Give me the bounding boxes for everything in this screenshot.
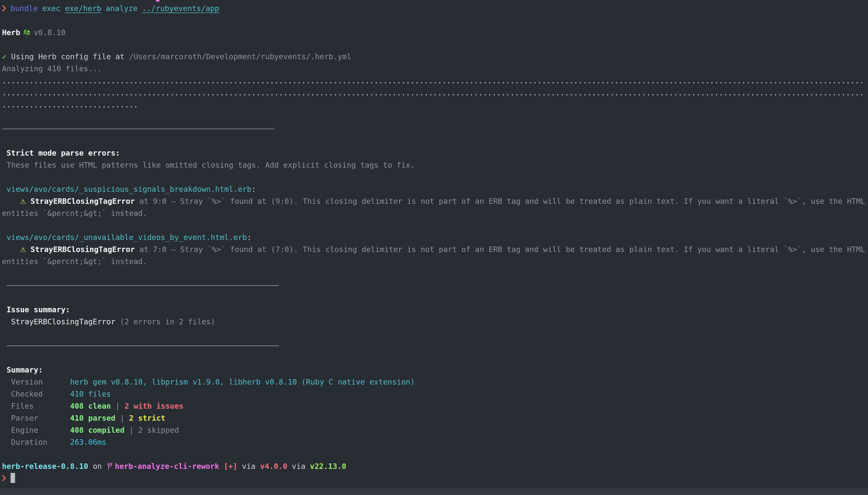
config-file-line: ✓ Using Herb config file at /Users/marco…: [2, 51, 868, 63]
summary-parser-parsed: 410 parsed: [70, 414, 116, 423]
blank-line: [2, 268, 868, 280]
blank-line: [2, 171, 868, 183]
app-name: Herb: [2, 28, 20, 37]
error-detail-line: ⚠ StrayERBClosingTagError at 7:0 – Stray…: [2, 243, 868, 256]
summary-label: Version: [11, 376, 70, 388]
blank-line: [2, 352, 868, 364]
summary-label: Duration: [11, 436, 70, 448]
summary-pipe: |: [116, 414, 129, 423]
blank-line: [2, 15, 868, 27]
app-version: v0.8.10: [34, 28, 65, 37]
config-file-path: /Users/marcoroth/Development/rubyevents/…: [129, 52, 351, 61]
summary-pipe: |: [111, 402, 124, 410]
strict-errors-heading: Strict mode parse errors:: [2, 147, 868, 159]
terminal-window[interactable]: bundle exec exe/herb analyze ../rubyeven…: [0, 0, 868, 495]
error-message-continuation: entities `&percnt;&gt;` instead.: [2, 256, 868, 268]
summary-engine-skipped: 2 skipped: [138, 426, 179, 434]
error-file-line: views/avo/cards/_suspicious_signals_brea…: [2, 183, 868, 195]
blank-line: [2, 135, 868, 147]
blank-line: [2, 328, 868, 340]
blank-line: [2, 219, 868, 232]
command-arg-path: ../rubyevents/app: [142, 4, 219, 13]
command-program: bundle: [11, 4, 38, 13]
summary-pipe: |: [124, 426, 138, 434]
summary-row-version: Versionherb gem v0.8.10, libprism v1.9.0…: [2, 376, 868, 388]
command-arg-executable: exe/herb: [65, 4, 101, 13]
error-message-continuation: entities `&percnt;&gt;` instead.: [2, 207, 868, 219]
prompt-via-text: via: [237, 462, 260, 471]
summary-parser-strict: 2 strict: [129, 414, 166, 423]
prompt-via-text: via: [287, 462, 310, 471]
progress-dots-row: ........................................…: [2, 87, 868, 99]
prompt-chevron-icon: [2, 473, 6, 485]
blank-line: [2, 111, 868, 123]
previous-line-artifact: [156, 0, 160, 2]
blank-line: [2, 448, 868, 460]
error-file-path: views/avo/cards/_suspicious_signals_brea…: [6, 185, 251, 193]
summary-heading: Summary:: [2, 364, 868, 376]
error-name: StrayERBClosingTagError: [30, 197, 135, 206]
summary-files-issues: 2 with issues: [124, 402, 184, 410]
summary-files-clean: 408 clean: [70, 402, 111, 410]
git-status-badge: [+]: [219, 462, 237, 471]
issue-summary-heading: Issue summary:: [2, 304, 868, 316]
summary-row-parser: Parser410 parsed | 2 strict: [2, 412, 868, 424]
herb-leaf-icon: [22, 28, 31, 40]
prompt-directory: herb-release-0.8.10: [2, 462, 88, 471]
command-line: bundle exec exe/herb analyze ../rubyeven…: [2, 2, 868, 15]
git-branch-icon: [107, 462, 113, 474]
terminal-screen: bundle exec exe/herb analyze ../rubyeven…: [0, 0, 868, 484]
strict-errors-description: These files use HTML patterns like omitt…: [2, 159, 868, 171]
summary-row-engine: Engine408 compiled | 2 skipped: [2, 424, 868, 436]
section-separator: ────────────────────────────────────────…: [2, 123, 868, 135]
summary-value: 263.06ms: [70, 438, 106, 447]
summary-value: 410 files: [70, 390, 111, 398]
error-file-colon: :: [247, 233, 251, 242]
issue-error-name: StrayERBClosingTagError: [11, 317, 115, 326]
node-version: v22.13.0: [310, 462, 346, 471]
progress-dots-row: ..............................: [2, 99, 868, 111]
error-file-path: views/avo/cards/_unavailable_videos_by_e…: [6, 233, 247, 242]
summary-label: Parser: [11, 412, 70, 424]
check-icon: ✓: [2, 52, 6, 61]
git-branch-name: herb-analyze-cli-rework: [115, 462, 219, 471]
config-file-text: Using Herb config file at: [11, 52, 129, 61]
ruby-version: v4.0.0: [260, 462, 287, 471]
error-file-line: views/avo/cards/_unavailable_videos_by_e…: [2, 232, 868, 243]
shell-prompt-line: herb-release-0.8.10 on herb-analyze-cli-…: [2, 460, 868, 473]
prompt-chevron-icon: [2, 3, 6, 15]
warning-triangle-icon: ⚠: [20, 246, 26, 254]
issue-summary-item: StrayERBClosingTagError (2 errors in 2 f…: [2, 316, 868, 328]
error-message: at 7:0 – Stray `%>` found at (7:0). This…: [135, 245, 865, 254]
warning-triangle-icon: ⚠: [20, 198, 26, 205]
error-name: StrayERBClosingTagError: [30, 245, 135, 254]
summary-row-checked: Checked410 files: [2, 388, 868, 400]
error-file-colon: :: [251, 185, 256, 193]
error-detail-line: ⚠ StrayERBClosingTagError at 9:0 – Stray…: [2, 195, 868, 207]
command-arg-action: analyze: [106, 4, 137, 13]
summary-label: Engine: [11, 424, 70, 436]
command-subcommand: exec: [42, 4, 60, 13]
issue-error-count: (2 errors in 2 files): [115, 317, 215, 326]
section-separator: ────────────────────────────────────────…: [2, 280, 868, 292]
blank-line: [2, 292, 868, 304]
window-bottom-edge: [0, 489, 868, 495]
app-banner-line: Herbv0.8.10: [2, 27, 868, 39]
summary-value: herb gem v0.8.10, libprism v1.9.0, libhe…: [70, 377, 415, 386]
progress-dots-row: ........................................…: [2, 75, 868, 87]
blank-line: [2, 39, 868, 51]
analyzing-status-line: Analyzing 410 files...: [2, 63, 868, 75]
summary-row-files: Files408 clean | 2 with issues: [2, 400, 868, 412]
summary-engine-compiled: 408 compiled: [70, 426, 124, 434]
prompt-on-text: on: [88, 462, 106, 471]
terminal-cursor[interactable]: [11, 473, 15, 483]
summary-label: Checked: [11, 388, 70, 400]
input-line[interactable]: [2, 473, 868, 484]
error-message: at 9:0 – Stray `%>` found at (9:0). This…: [135, 197, 865, 206]
section-separator: ────────────────────────────────────────…: [2, 340, 868, 352]
summary-row-duration: Duration263.06ms: [2, 436, 868, 448]
summary-label: Files: [11, 400, 70, 412]
